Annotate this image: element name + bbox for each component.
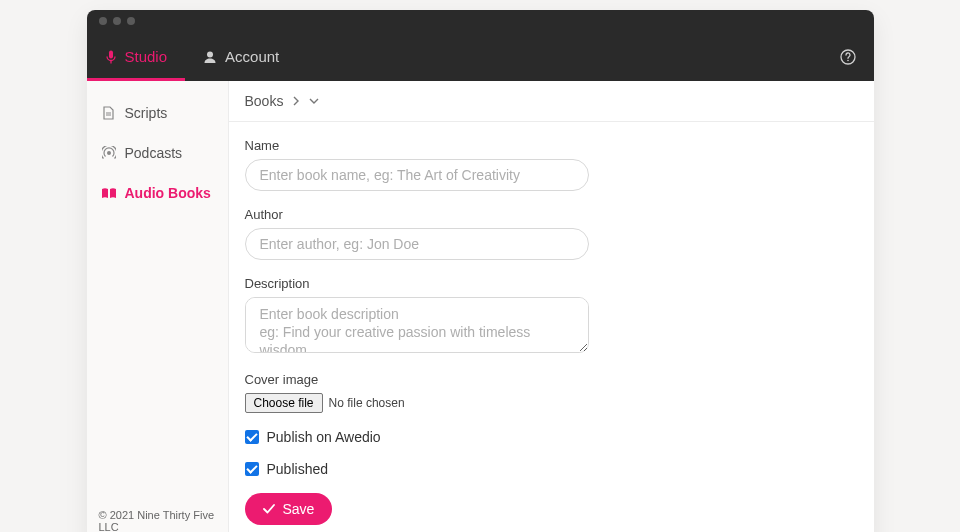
cover-label: Cover image — [245, 372, 858, 387]
description-input[interactable] — [245, 297, 589, 353]
top-nav: Studio Account — [87, 32, 874, 81]
name-label: Name — [245, 138, 858, 153]
sidebar: Scripts Podcasts — [87, 81, 229, 532]
tab-account[interactable]: Account — [185, 32, 297, 81]
breadcrumb-root[interactable]: Books — [245, 93, 284, 109]
publish-awedio-label: Publish on Awedio — [267, 429, 381, 445]
sidebar-item-scripts[interactable]: Scripts — [87, 93, 228, 133]
published-checkbox[interactable] — [245, 462, 259, 476]
chevron-right-icon — [293, 96, 299, 106]
main-content: Books Name Author — [229, 81, 874, 532]
tab-studio-label: Studio — [125, 48, 168, 65]
sidebar-item-audio-books[interactable]: Audio Books — [87, 173, 228, 213]
sidebar-item-label: Audio Books — [125, 185, 211, 201]
save-button-label: Save — [283, 501, 315, 517]
author-input[interactable] — [245, 228, 589, 260]
person-icon — [203, 50, 217, 64]
sidebar-item-label: Podcasts — [125, 145, 183, 161]
svg-point-4 — [107, 151, 111, 155]
traffic-light-dot — [113, 17, 121, 25]
traffic-light-dot — [99, 17, 107, 25]
svg-rect-0 — [109, 50, 113, 58]
cover-group: Cover image Choose file No file chosen — [245, 372, 858, 413]
tab-account-label: Account — [225, 48, 279, 65]
publish-awedio-checkbox[interactable] — [245, 430, 259, 444]
help-icon — [840, 49, 856, 65]
microphone-icon — [105, 50, 117, 64]
audio-book-icon — [101, 187, 117, 200]
file-chosen-text: No file chosen — [329, 396, 405, 410]
svg-point-1 — [207, 51, 213, 57]
help-button[interactable] — [822, 32, 874, 81]
document-icon — [101, 106, 117, 120]
app-window: Studio Account — [87, 10, 874, 532]
name-group: Name — [245, 138, 858, 191]
breadcrumb-dropdown[interactable] — [309, 98, 319, 104]
sidebar-item-podcasts[interactable]: Podcasts — [87, 133, 228, 173]
podcast-icon — [101, 146, 117, 160]
check-icon — [263, 504, 275, 514]
traffic-light-dot — [127, 17, 135, 25]
author-group: Author — [245, 207, 858, 260]
sidebar-menu: Scripts Podcasts — [87, 81, 228, 499]
author-label: Author — [245, 207, 858, 222]
breadcrumb: Books — [229, 81, 874, 122]
sidebar-footer: © 2021 Nine Thirty Five LLC — [87, 499, 228, 532]
description-label: Description — [245, 276, 858, 291]
published-label: Published — [267, 461, 329, 477]
sidebar-item-label: Scripts — [125, 105, 168, 121]
published-row: Published — [245, 461, 858, 477]
choose-file-button[interactable]: Choose file — [245, 393, 323, 413]
app-body: Scripts Podcasts — [87, 81, 874, 532]
book-form: Name Author Description Cover image Choo… — [229, 122, 874, 532]
name-input[interactable] — [245, 159, 589, 191]
save-button[interactable]: Save — [245, 493, 333, 525]
publish-awedio-row: Publish on Awedio — [245, 429, 858, 445]
window-chrome — [87, 10, 874, 32]
svg-point-3 — [847, 59, 849, 61]
description-group: Description — [245, 276, 858, 356]
tab-studio[interactable]: Studio — [87, 32, 186, 81]
